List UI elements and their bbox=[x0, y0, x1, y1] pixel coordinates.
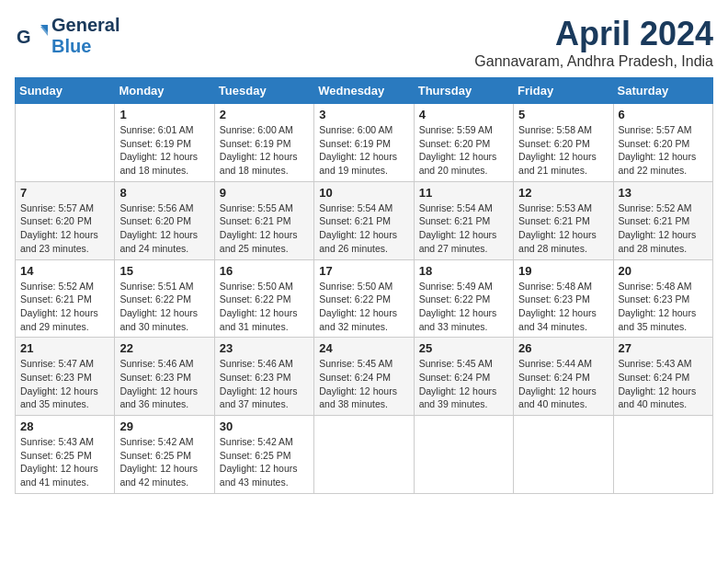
day-info: Sunrise: 5:48 AM Sunset: 6:23 PM Dayligh… bbox=[518, 280, 608, 334]
day-number: 29 bbox=[119, 419, 209, 433]
header-sunday: Sunday bbox=[16, 78, 115, 104]
day-info: Sunrise: 5:58 AM Sunset: 6:20 PM Dayligh… bbox=[518, 123, 608, 178]
day-info: Sunrise: 5:42 AM Sunset: 6:25 PM Dayligh… bbox=[220, 435, 309, 489]
day-number: 30 bbox=[220, 419, 309, 433]
calendar-day-29: 29Sunrise: 5:42 AM Sunset: 6:25 PM Dayli… bbox=[115, 416, 214, 494]
calendar-day-10: 10Sunrise: 5:54 AM Sunset: 6:21 PM Dayli… bbox=[314, 181, 414, 259]
day-number: 16 bbox=[220, 264, 309, 278]
calendar-day-26: 26Sunrise: 5:44 AM Sunset: 6:24 PM Dayli… bbox=[514, 338, 613, 416]
day-number: 10 bbox=[319, 186, 408, 200]
day-number: 24 bbox=[319, 341, 408, 355]
calendar-day-18: 18Sunrise: 5:49 AM Sunset: 6:22 PM Dayli… bbox=[414, 259, 513, 338]
day-info: Sunrise: 5:47 AM Sunset: 6:23 PM Dayligh… bbox=[20, 357, 109, 411]
day-info: Sunrise: 5:45 AM Sunset: 6:24 PM Dayligh… bbox=[319, 357, 408, 411]
day-info: Sunrise: 6:00 AM Sunset: 6:19 PM Dayligh… bbox=[319, 123, 408, 178]
calendar-day-9: 9Sunrise: 5:55 AM Sunset: 6:21 PM Daylig… bbox=[214, 181, 313, 259]
calendar-day-5: 5Sunrise: 5:58 AM Sunset: 6:20 PM Daylig… bbox=[514, 104, 613, 182]
day-number: 23 bbox=[220, 341, 309, 355]
calendar-week-row: 7Sunrise: 5:57 AM Sunset: 6:20 PM Daylig… bbox=[16, 181, 713, 259]
day-info: Sunrise: 5:56 AM Sunset: 6:20 PM Dayligh… bbox=[119, 201, 209, 256]
day-number: 28 bbox=[20, 419, 109, 433]
calendar-day-11: 11Sunrise: 5:54 AM Sunset: 6:21 PM Dayli… bbox=[414, 181, 513, 259]
day-info: Sunrise: 5:45 AM Sunset: 6:24 PM Dayligh… bbox=[419, 357, 508, 411]
day-info: Sunrise: 5:52 AM Sunset: 6:21 PM Dayligh… bbox=[619, 201, 708, 256]
calendar-week-row: 14Sunrise: 5:52 AM Sunset: 6:21 PM Dayli… bbox=[16, 259, 713, 338]
day-number: 20 bbox=[619, 264, 708, 278]
calendar-empty-cell bbox=[314, 416, 414, 494]
logo-blue: Blue bbox=[51, 36, 91, 56]
svg-marker-3 bbox=[40, 27, 48, 36]
header-wednesday: Wednesday bbox=[314, 78, 414, 104]
day-number: 7 bbox=[20, 186, 109, 200]
day-info: Sunrise: 5:46 AM Sunset: 6:23 PM Dayligh… bbox=[119, 357, 209, 411]
day-number: 15 bbox=[119, 264, 209, 278]
header: G General Blue April 2024 Gannavaram, An… bbox=[15, 15, 713, 70]
day-number: 3 bbox=[319, 108, 408, 121]
day-info: Sunrise: 5:59 AM Sunset: 6:20 PM Dayligh… bbox=[419, 123, 508, 178]
day-info: Sunrise: 5:42 AM Sunset: 6:25 PM Dayligh… bbox=[119, 435, 209, 489]
header-saturday: Saturday bbox=[613, 78, 712, 104]
day-number: 13 bbox=[619, 186, 708, 200]
day-info: Sunrise: 5:49 AM Sunset: 6:22 PM Dayligh… bbox=[419, 280, 508, 334]
day-number: 5 bbox=[518, 108, 608, 121]
day-info: Sunrise: 5:43 AM Sunset: 6:25 PM Dayligh… bbox=[20, 435, 109, 489]
svg-text:G: G bbox=[17, 27, 31, 47]
calendar-week-row: 28Sunrise: 5:43 AM Sunset: 6:25 PM Dayli… bbox=[16, 416, 713, 494]
logo-general: General bbox=[51, 15, 119, 35]
calendar-day-20: 20Sunrise: 5:48 AM Sunset: 6:23 PM Dayli… bbox=[613, 259, 712, 338]
calendar-empty-cell bbox=[613, 416, 712, 494]
day-info: Sunrise: 5:51 AM Sunset: 6:22 PM Dayligh… bbox=[119, 280, 209, 334]
day-number: 26 bbox=[518, 341, 608, 355]
calendar-day-15: 15Sunrise: 5:51 AM Sunset: 6:22 PM Dayli… bbox=[115, 259, 214, 338]
header-monday: Monday bbox=[115, 78, 214, 104]
day-number: 19 bbox=[518, 264, 608, 278]
calendar-week-row: 1Sunrise: 6:01 AM Sunset: 6:19 PM Daylig… bbox=[16, 104, 713, 182]
day-info: Sunrise: 5:44 AM Sunset: 6:24 PM Dayligh… bbox=[518, 357, 608, 411]
calendar-day-25: 25Sunrise: 5:45 AM Sunset: 6:24 PM Dayli… bbox=[414, 338, 513, 416]
header-tuesday: Tuesday bbox=[214, 78, 313, 104]
day-info: Sunrise: 5:57 AM Sunset: 6:20 PM Dayligh… bbox=[619, 123, 708, 178]
calendar-day-22: 22Sunrise: 5:46 AM Sunset: 6:23 PM Dayli… bbox=[115, 338, 214, 416]
day-number: 18 bbox=[419, 264, 508, 278]
day-number: 27 bbox=[619, 341, 708, 355]
day-info: Sunrise: 5:50 AM Sunset: 6:22 PM Dayligh… bbox=[319, 280, 408, 334]
calendar-header-row: SundayMondayTuesdayWednesdayThursdayFrid… bbox=[16, 78, 713, 104]
calendar-day-23: 23Sunrise: 5:46 AM Sunset: 6:23 PM Dayli… bbox=[214, 338, 313, 416]
day-number: 21 bbox=[20, 341, 109, 355]
header-thursday: Thursday bbox=[414, 78, 513, 104]
calendar-empty-cell bbox=[514, 416, 613, 494]
day-number: 14 bbox=[20, 264, 109, 278]
calendar-day-30: 30Sunrise: 5:42 AM Sunset: 6:25 PM Dayli… bbox=[214, 416, 313, 494]
calendar-day-28: 28Sunrise: 5:43 AM Sunset: 6:25 PM Dayli… bbox=[16, 416, 115, 494]
calendar-empty-cell bbox=[16, 104, 115, 182]
location: Gannavaram, Andhra Pradesh, India bbox=[474, 53, 713, 70]
calendar-day-2: 2Sunrise: 6:00 AM Sunset: 6:19 PM Daylig… bbox=[214, 104, 313, 182]
calendar-table: SundayMondayTuesdayWednesdayThursdayFrid… bbox=[15, 77, 713, 494]
day-number: 12 bbox=[518, 186, 608, 200]
calendar-day-14: 14Sunrise: 5:52 AM Sunset: 6:21 PM Dayli… bbox=[16, 259, 115, 338]
day-info: Sunrise: 5:46 AM Sunset: 6:23 PM Dayligh… bbox=[220, 357, 309, 411]
month-title: April 2024 bbox=[474, 15, 713, 53]
day-number: 2 bbox=[220, 108, 309, 121]
calendar-day-12: 12Sunrise: 5:53 AM Sunset: 6:21 PM Dayli… bbox=[514, 181, 613, 259]
day-info: Sunrise: 6:00 AM Sunset: 6:19 PM Dayligh… bbox=[220, 123, 309, 178]
calendar-day-6: 6Sunrise: 5:57 AM Sunset: 6:20 PM Daylig… bbox=[613, 104, 712, 182]
day-info: Sunrise: 5:48 AM Sunset: 6:23 PM Dayligh… bbox=[619, 280, 708, 334]
calendar-empty-cell bbox=[414, 416, 513, 494]
title-area: April 2024 Gannavaram, Andhra Pradesh, I… bbox=[474, 15, 713, 70]
day-number: 8 bbox=[119, 186, 209, 200]
day-info: Sunrise: 5:50 AM Sunset: 6:22 PM Dayligh… bbox=[220, 280, 309, 334]
day-info: Sunrise: 5:53 AM Sunset: 6:21 PM Dayligh… bbox=[518, 201, 608, 256]
calendar-day-27: 27Sunrise: 5:43 AM Sunset: 6:24 PM Dayli… bbox=[613, 338, 712, 416]
logo: G General Blue bbox=[15, 15, 119, 57]
calendar-day-17: 17Sunrise: 5:50 AM Sunset: 6:22 PM Dayli… bbox=[314, 259, 414, 338]
day-number: 25 bbox=[419, 341, 508, 355]
day-info: Sunrise: 6:01 AM Sunset: 6:19 PM Dayligh… bbox=[119, 123, 209, 178]
day-number: 4 bbox=[419, 108, 508, 121]
day-number: 17 bbox=[319, 264, 408, 278]
calendar-day-13: 13Sunrise: 5:52 AM Sunset: 6:21 PM Dayli… bbox=[613, 181, 712, 259]
day-info: Sunrise: 5:55 AM Sunset: 6:21 PM Dayligh… bbox=[220, 201, 309, 256]
day-number: 6 bbox=[619, 108, 708, 121]
day-info: Sunrise: 5:54 AM Sunset: 6:21 PM Dayligh… bbox=[319, 201, 408, 256]
day-number: 22 bbox=[119, 341, 209, 355]
